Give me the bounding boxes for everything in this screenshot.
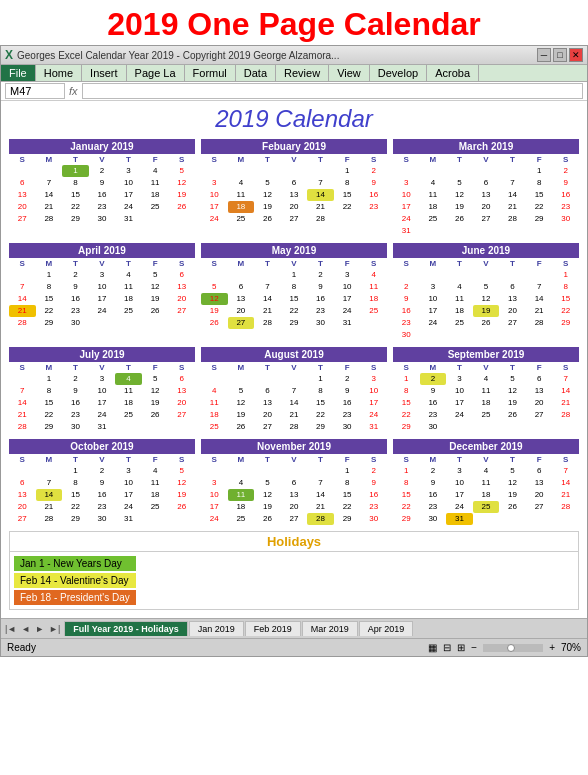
day-cell[interactable]: 28	[552, 501, 579, 513]
day-cell[interactable]: 4	[201, 385, 228, 397]
ribbon-tab-data[interactable]: Data	[236, 65, 276, 81]
day-cell[interactable]: 17	[201, 201, 228, 213]
day-cell[interactable]: 17	[334, 293, 361, 305]
day-cell[interactable]: 1	[281, 269, 308, 281]
day-cell[interactable]: 21	[526, 305, 553, 317]
day-cell[interactable]: 8	[552, 281, 579, 293]
day-cell[interactable]: 25	[360, 305, 387, 317]
day-cell[interactable]: 4	[446, 281, 473, 293]
day-cell[interactable]: 10	[89, 385, 116, 397]
day-cell[interactable]: 30	[360, 513, 387, 525]
day-cell[interactable]: 13	[168, 281, 195, 293]
day-cell[interactable]: 24	[420, 317, 447, 329]
day-cell[interactable]: 5	[168, 165, 195, 177]
day-cell[interactable]: 10	[360, 385, 387, 397]
view-page-icon[interactable]: ⊞	[457, 642, 465, 653]
day-cell[interactable]: 6	[9, 177, 36, 189]
day-cell[interactable]: 30	[420, 513, 447, 525]
sheet-tab-feb-2019[interactable]: Feb 2019	[245, 621, 301, 636]
day-cell[interactable]: 12	[254, 489, 281, 501]
day-cell[interactable]: 24	[201, 513, 228, 525]
day-cell[interactable]: 2	[89, 465, 116, 477]
day-cell[interactable]: 3	[420, 281, 447, 293]
day-cell[interactable]: 5	[254, 177, 281, 189]
day-cell[interactable]: 10	[115, 177, 142, 189]
day-cell[interactable]: 25	[420, 213, 447, 225]
day-cell[interactable]: 14	[9, 293, 36, 305]
day-cell[interactable]: 26	[168, 501, 195, 513]
day-cell[interactable]: 14	[499, 189, 526, 201]
day-cell[interactable]: 11	[446, 293, 473, 305]
day-cell[interactable]: 27	[228, 317, 255, 329]
day-cell[interactable]: 19	[142, 293, 169, 305]
day-cell[interactable]: 8	[307, 385, 334, 397]
day-cell[interactable]: 25	[228, 513, 255, 525]
day-cell[interactable]: 7	[254, 281, 281, 293]
day-cell[interactable]: 14	[254, 293, 281, 305]
day-cell[interactable]: 5	[446, 177, 473, 189]
day-cell[interactable]: 30	[552, 213, 579, 225]
day-cell[interactable]: 20	[254, 409, 281, 421]
day-cell[interactable]: 29	[552, 317, 579, 329]
day-cell[interactable]: 13	[281, 189, 308, 201]
day-cell[interactable]: 30	[393, 329, 420, 341]
day-cell[interactable]: 8	[526, 177, 553, 189]
day-cell[interactable]: 11	[142, 477, 169, 489]
day-cell[interactable]: 21	[9, 305, 36, 317]
day-cell[interactable]: 23	[420, 501, 447, 513]
day-cell[interactable]: 8	[36, 385, 63, 397]
day-cell[interactable]: 11	[473, 477, 500, 489]
day-cell[interactable]: 11	[115, 385, 142, 397]
day-cell[interactable]: 4	[115, 373, 142, 385]
day-cell[interactable]: 15	[334, 189, 361, 201]
day-cell[interactable]: 2	[393, 281, 420, 293]
day-cell[interactable]: 29	[393, 513, 420, 525]
day-cell[interactable]: 29	[393, 421, 420, 433]
day-cell[interactable]: 27	[473, 213, 500, 225]
day-cell[interactable]: 20	[9, 501, 36, 513]
day-cell[interactable]: 10	[201, 489, 228, 501]
day-cell[interactable]: 18	[473, 489, 500, 501]
day-cell[interactable]: 29	[526, 213, 553, 225]
day-cell[interactable]: 1	[526, 165, 553, 177]
day-cell[interactable]: 4	[228, 477, 255, 489]
day-cell[interactable]: 29	[281, 317, 308, 329]
day-cell[interactable]: 1	[36, 373, 63, 385]
ribbon-tab-page-la[interactable]: Page La	[127, 65, 185, 81]
day-cell[interactable]: 20	[168, 293, 195, 305]
day-cell[interactable]: 6	[168, 269, 195, 281]
day-cell[interactable]: 20	[526, 489, 553, 501]
day-cell[interactable]: 26	[254, 513, 281, 525]
day-cell[interactable]: 11	[473, 385, 500, 397]
day-cell[interactable]: 14	[36, 489, 63, 501]
day-cell[interactable]: 28	[281, 421, 308, 433]
day-cell[interactable]: 10	[446, 385, 473, 397]
day-cell[interactable]: 24	[89, 305, 116, 317]
day-cell[interactable]: 14	[552, 385, 579, 397]
day-cell[interactable]: 29	[334, 513, 361, 525]
day-cell[interactable]: 5	[142, 373, 169, 385]
day-cell[interactable]: 25	[473, 501, 500, 513]
day-cell[interactable]: 17	[446, 397, 473, 409]
day-cell[interactable]: 3	[89, 373, 116, 385]
day-cell[interactable]: 15	[393, 397, 420, 409]
day-cell[interactable]: 18	[228, 501, 255, 513]
day-cell[interactable]: 24	[334, 305, 361, 317]
day-cell[interactable]: 20	[499, 305, 526, 317]
day-cell[interactable]: 18	[446, 305, 473, 317]
day-cell[interactable]: 13	[281, 489, 308, 501]
day-cell[interactable]: 22	[36, 305, 63, 317]
day-cell[interactable]: 27	[526, 501, 553, 513]
day-cell[interactable]: 18	[360, 293, 387, 305]
day-cell[interactable]: 7	[552, 465, 579, 477]
day-cell[interactable]: 4	[473, 373, 500, 385]
day-cell[interactable]: 7	[9, 385, 36, 397]
day-cell[interactable]: 5	[201, 281, 228, 293]
day-cell[interactable]: 21	[552, 489, 579, 501]
day-cell[interactable]: 24	[360, 409, 387, 421]
day-cell[interactable]: 16	[420, 397, 447, 409]
day-cell[interactable]: 21	[499, 201, 526, 213]
ribbon-tab-view[interactable]: View	[329, 65, 370, 81]
day-cell[interactable]: 23	[420, 409, 447, 421]
day-cell[interactable]: 25	[446, 317, 473, 329]
